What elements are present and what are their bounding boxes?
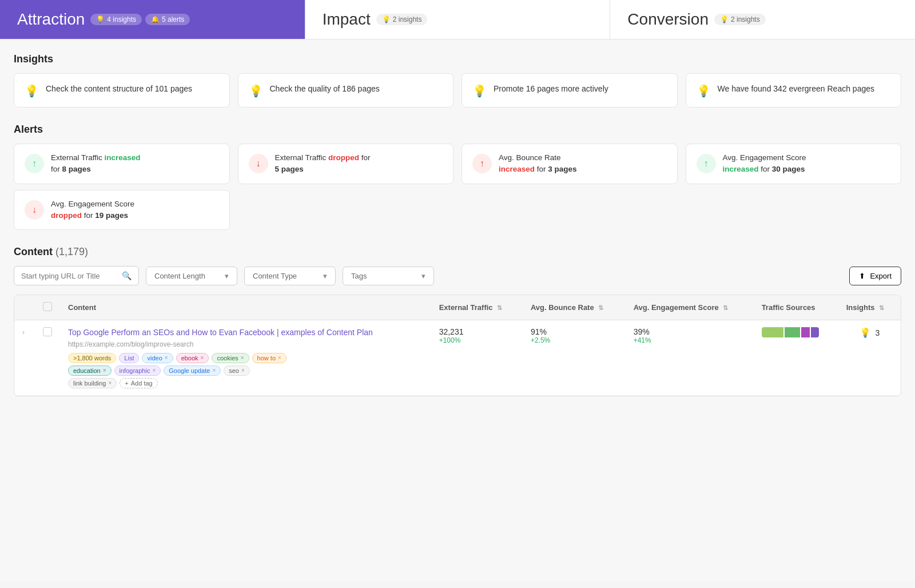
tag-education[interactable]: education × bbox=[68, 365, 112, 376]
insight-card-text-3: We have found 342 evergreen Reach pages bbox=[718, 83, 875, 95]
tag-howto-remove[interactable]: × bbox=[278, 355, 281, 361]
lightbulb-icon-0: 💡 bbox=[25, 84, 39, 98]
sort-icon-bounce: ⇅ bbox=[598, 304, 603, 311]
content-title-link[interactable]: Top Google Perform an SEOs and How to Ev… bbox=[68, 327, 423, 339]
insights-section-title: Insights bbox=[14, 53, 901, 65]
main-content: Insights 💡 Check the content structure o… bbox=[0, 39, 915, 582]
chevron-down-icon-length: ▾ bbox=[225, 272, 229, 280]
tag-video[interactable]: video × bbox=[142, 353, 173, 363]
search-input[interactable] bbox=[21, 272, 117, 280]
content-type-label: Content Type bbox=[253, 272, 297, 280]
alert-text-3: Avg. Engagement Score increased for 30 p… bbox=[723, 152, 806, 176]
th-engagement-score-label: Avg. Engagement Score bbox=[634, 303, 719, 312]
tag-google-update-remove[interactable]: × bbox=[212, 367, 216, 374]
tag-cookies-remove[interactable]: × bbox=[241, 355, 244, 361]
export-icon: ⬆ bbox=[859, 272, 865, 280]
row-checkbox-cell bbox=[35, 320, 60, 396]
tag-ebook-remove[interactable]: × bbox=[201, 355, 204, 361]
tag-google-update[interactable]: Google update × bbox=[164, 365, 221, 376]
content-table-wrap: Content External Traffic ⇅ Avg. Bounce R… bbox=[14, 295, 901, 396]
content-type-select[interactable]: Content Type ▾ bbox=[244, 267, 336, 285]
alert-text-2: Avg. Bounce Rate increased for 3 pages bbox=[499, 152, 577, 176]
add-tag-button[interactable]: + Add tag bbox=[120, 378, 157, 388]
insight-card-text-0: Check the content structure of 101 pages bbox=[46, 83, 192, 95]
tag-seo-label: seo bbox=[229, 367, 239, 374]
row-checkbox[interactable] bbox=[43, 327, 52, 336]
insight-card-1[interactable]: 💡 Check the quality of 186 pages bbox=[238, 73, 454, 108]
arrow-up-icon-2: ↑ bbox=[480, 158, 484, 169]
tab-impact-label: Impact bbox=[323, 10, 371, 29]
content-title-text: Content bbox=[14, 246, 53, 257]
top-tabs: Attraction 💡 4 insights 🔔 5 alerts Impac… bbox=[0, 0, 915, 39]
traffic-bar-purple bbox=[801, 327, 810, 337]
alert-highlight-3: increased bbox=[723, 165, 759, 173]
insight-card-text-1: Check the quality of 186 pages bbox=[270, 83, 380, 95]
insight-card-3[interactable]: 💡 We have found 342 evergreen Reach page… bbox=[686, 73, 902, 108]
alert-icon-circle-4: ↓ bbox=[25, 200, 44, 220]
th-traffic-sources: Traffic Sources bbox=[754, 295, 838, 320]
lightbulb-icon-2: 💡 bbox=[472, 84, 487, 98]
row-bounce-cell: 91% +2.5% bbox=[523, 320, 626, 396]
tag-howto-label: how to bbox=[257, 355, 276, 361]
row-expand-button[interactable]: › bbox=[22, 328, 25, 336]
tag-infographic-remove[interactable]: × bbox=[152, 367, 156, 374]
tags-row-3: link building × + Add tag bbox=[68, 378, 423, 388]
tab-impact[interactable]: Impact 💡 2 insights bbox=[305, 0, 611, 39]
insight-card-2[interactable]: 💡 Promote 16 pages more actively bbox=[462, 73, 678, 108]
alert-card-4[interactable]: ↓ Avg. Engagement Score dropped for 19 p… bbox=[14, 190, 230, 231]
alert-card-2[interactable]: ↑ Avg. Bounce Rate increased for 3 pages bbox=[462, 144, 678, 184]
sort-icon-insights: ⇅ bbox=[879, 304, 884, 311]
bell-icon: 🔔 bbox=[151, 15, 160, 23]
tag-seo[interactable]: seo × bbox=[224, 365, 250, 376]
alert-icon-circle-2: ↑ bbox=[472, 154, 492, 173]
insight-card-0[interactable]: 💡 Check the content structure of 101 pag… bbox=[14, 73, 230, 108]
tag-link-building-remove[interactable]: × bbox=[108, 380, 112, 386]
search-filter[interactable]: 🔍 bbox=[14, 266, 139, 285]
th-bounce-rate[interactable]: Avg. Bounce Rate ⇅ bbox=[523, 295, 626, 320]
alert-text-4: Avg. Engagement Score dropped for 19 pag… bbox=[51, 198, 134, 222]
export-button[interactable]: ⬆ Export bbox=[849, 267, 901, 285]
tab-attraction-alerts-badge: 🔔 5 alerts bbox=[145, 14, 190, 25]
tags-select[interactable]: Tags ▾ bbox=[343, 267, 434, 285]
tag-infographic[interactable]: infographic × bbox=[114, 365, 161, 376]
tag-seo-remove[interactable]: × bbox=[241, 367, 245, 374]
th-external-traffic-label: External Traffic bbox=[439, 303, 493, 312]
tag-howto[interactable]: how to × bbox=[252, 353, 287, 363]
tab-conversion[interactable]: Conversion 💡 2 insights bbox=[610, 0, 915, 39]
th-insights[interactable]: Insights ⇅ bbox=[838, 295, 901, 320]
select-all-checkbox[interactable] bbox=[43, 302, 52, 311]
alert-highlight-2: increased bbox=[499, 165, 535, 173]
tag-cookies[interactable]: cookies × bbox=[212, 353, 249, 363]
arrow-down-icon-4: ↓ bbox=[32, 205, 37, 215]
row-insights-cell: 💡 3 bbox=[838, 320, 901, 396]
alert-card-3[interactable]: ↑ Avg. Engagement Score increased for 30… bbox=[686, 144, 902, 184]
th-external-traffic[interactable]: External Traffic ⇅ bbox=[431, 295, 523, 320]
tag-google-update-label: Google update bbox=[169, 367, 210, 374]
alert-icon-circle-0: ↑ bbox=[25, 154, 44, 173]
tag-video-remove[interactable]: × bbox=[165, 355, 168, 361]
table-row: › Top Google Perform an SEOs and How to … bbox=[14, 320, 901, 396]
tab-impact-insights-badge: 💡 2 insights bbox=[376, 14, 428, 25]
sort-icon-engagement: ⇅ bbox=[723, 304, 728, 311]
bounce-change: +2.5% bbox=[531, 336, 618, 344]
content-length-select[interactable]: Content Length ▾ bbox=[146, 267, 237, 285]
filters-row: 🔍 Content Length ▾ Content Type ▾ Tags ▾… bbox=[14, 266, 901, 285]
traffic-bar-green1 bbox=[762, 327, 783, 337]
export-label: Export bbox=[870, 272, 892, 280]
tab-attraction-insights-badge: 💡 4 insights bbox=[90, 14, 142, 25]
traffic-bar-green2 bbox=[785, 327, 800, 337]
tag-ebook-label: ebook bbox=[181, 355, 198, 361]
tag-education-remove[interactable]: × bbox=[103, 367, 106, 374]
content-table: Content External Traffic ⇅ Avg. Bounce R… bbox=[14, 295, 901, 396]
th-engagement-score[interactable]: Avg. Engagement Score ⇅ bbox=[626, 295, 754, 320]
th-traffic-sources-label: Traffic Sources bbox=[762, 303, 815, 312]
alert-icon-circle-3: ↑ bbox=[697, 154, 716, 173]
tag-education-label: education bbox=[73, 367, 101, 374]
alert-card-0[interactable]: ↑ External Traffic increased for 8 pages bbox=[14, 144, 230, 184]
tag-ebook[interactable]: ebook × bbox=[176, 353, 209, 363]
insights-icon: 💡 bbox=[860, 328, 871, 337]
alert-card-1[interactable]: ↓ External Traffic dropped for 5 pages bbox=[238, 144, 454, 184]
tag-link-building[interactable]: link building × bbox=[68, 378, 117, 388]
lightbulb-icon-conversion: 💡 bbox=[720, 15, 729, 23]
tab-attraction[interactable]: Attraction 💡 4 insights 🔔 5 alerts bbox=[0, 0, 305, 39]
